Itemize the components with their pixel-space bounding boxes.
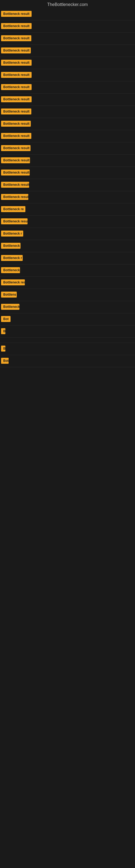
bottleneck-badge[interactable]: Bottleneck result — [1, 48, 31, 54]
bottleneck-badge[interactable]: Bottlens — [1, 291, 17, 298]
list-item: Bottleneck result — [0, 20, 135, 33]
list-item: Bot — [0, 313, 135, 326]
bottleneck-badge[interactable]: B — [1, 328, 5, 334]
list-item: Bottleneck res — [0, 277, 135, 289]
bottleneck-badge[interactable]: Bottleneck result — [1, 60, 32, 66]
bottleneck-badge[interactable]: Bottleneck result — [1, 11, 32, 17]
list-item: Bottleneck result — [0, 191, 135, 204]
bottleneck-badge[interactable]: Bot — [1, 316, 10, 322]
list-item: Bottleneck result — [0, 167, 135, 179]
list-item: Bottleneck result — [0, 155, 135, 167]
list-item — [0, 338, 135, 343]
list-item: Bottleneck result — [0, 8, 135, 20]
list-item: Bottleneck result — [0, 118, 135, 130]
list-item: Bottleneck result — [0, 82, 135, 94]
list-item: Bottlens — [0, 289, 135, 301]
bottleneck-badge[interactable]: Bottleneck res — [1, 279, 25, 285]
bottleneck-badge[interactable]: Bottleneck result — [1, 182, 29, 188]
bottleneck-badge[interactable]: Bottleneck result — [1, 72, 32, 78]
bottleneck-badge[interactable]: Bottleneck result — [1, 108, 31, 115]
bottleneck-badge[interactable]: B — [1, 346, 5, 351]
list-item: Bottleneck — [0, 301, 135, 313]
bottleneck-badge[interactable]: Bottleneck — [1, 243, 20, 249]
list-item: Bottleneck result — [0, 57, 135, 69]
list-item: Bottleneck — [0, 265, 135, 277]
list-item: Bottleneck result — [0, 143, 135, 155]
bottleneck-badge[interactable]: Bottleneck result — [1, 133, 31, 139]
list-item: Bottleneck result — [0, 106, 135, 118]
bottleneck-badge[interactable]: Bottleneck result — [1, 121, 31, 127]
bottleneck-badge[interactable]: Bottleneck result — [1, 145, 31, 151]
list-item: Bottleneck result — [0, 179, 135, 191]
list-item: Bottleneck result — [0, 45, 135, 57]
list-item: Bottleneck r — [0, 228, 135, 240]
list-item: Bottleneck result — [0, 130, 135, 143]
bottleneck-badge[interactable]: Bottleneck — [1, 267, 20, 273]
bottleneck-list: Bottleneck resultBottleneck resultBottle… — [0, 8, 135, 367]
bottleneck-badge[interactable]: Bottleneck result — [1, 84, 32, 90]
site-title: TheBottlenecker.com — [0, 0, 135, 8]
bottleneck-badge[interactable]: Bottleneck — [1, 304, 19, 310]
bottleneck-badge[interactable]: Bottleneck re — [1, 206, 26, 212]
bottleneck-badge[interactable]: Bottleneck result — [1, 35, 31, 41]
list-item: Bottleneck — [0, 240, 135, 252]
bottleneck-badge[interactable]: Bottleneck result — [1, 96, 32, 102]
list-item: B — [0, 326, 135, 338]
bottleneck-badge[interactable]: Bottleneck r — [1, 230, 23, 237]
list-item: Bottleneck r — [0, 252, 135, 265]
list-item: Bottleneck result — [0, 33, 135, 45]
bottleneck-badge[interactable]: Bottleneck result — [1, 169, 30, 176]
list-item: B — [0, 343, 135, 355]
list-item: Bottleneck result — [0, 69, 135, 82]
bottleneck-badge[interactable]: Bottleneck result — [1, 23, 32, 29]
site-header: TheBottlenecker.com — [0, 0, 135, 8]
bottleneck-badge[interactable]: Bottleneck result — [1, 194, 28, 200]
bottleneck-badge[interactable]: Bott — [1, 358, 9, 364]
bottleneck-badge[interactable]: Bottleneck result — [1, 218, 28, 224]
list-item: Bott — [0, 355, 135, 367]
bottleneck-badge[interactable]: Bottleneck result — [1, 157, 30, 163]
list-item: Bottleneck result — [0, 94, 135, 106]
list-item: Bottleneck result — [0, 216, 135, 228]
bottleneck-badge[interactable]: Bottleneck r — [1, 255, 23, 261]
list-item: Bottleneck re — [0, 204, 135, 216]
